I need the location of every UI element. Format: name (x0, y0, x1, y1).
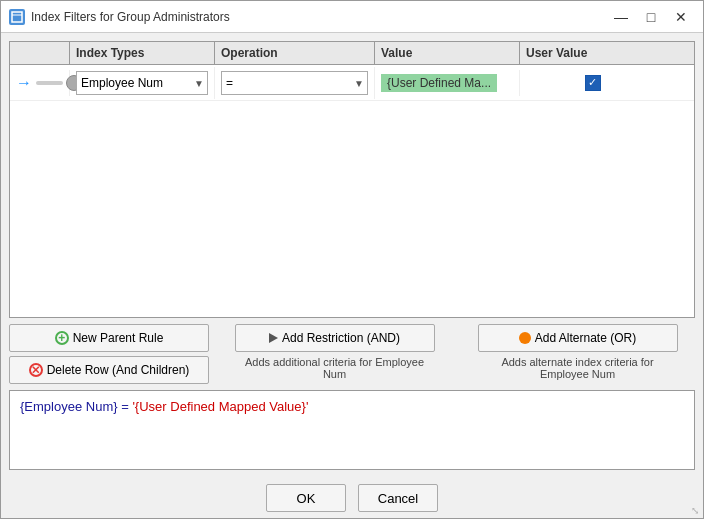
table-header: Index Types Operation Value User Value (10, 42, 694, 65)
delete-row-button[interactable]: ✕ Delete Row (And Children) (9, 356, 209, 384)
cancel-button[interactable]: Cancel (358, 484, 438, 512)
expression-area: {Employee Num} = '{User Defined Mapped V… (9, 390, 695, 470)
value-cell: {User Defined Ma... (375, 70, 520, 96)
add-alternate-button[interactable]: Add Alternate (OR) (478, 324, 678, 352)
orange-circle-icon (519, 332, 531, 344)
table-body: → Employee Num ▼ (10, 65, 694, 101)
user-value-cell: ✓ (520, 71, 665, 95)
footer: OK Cancel ⤡ (1, 478, 703, 518)
buttons-area: + New Parent Rule ✕ Delete Row (And Chil… (9, 324, 695, 384)
slider-track (36, 81, 63, 85)
title-bar: Index Filters for Group Administrators —… (1, 1, 703, 33)
resize-handle-icon: ⤡ (691, 505, 699, 516)
close-button[interactable]: ✕ (667, 6, 695, 28)
minimize-button[interactable]: — (607, 6, 635, 28)
operation-dropdown-wrapper: = != < > ▼ (221, 71, 368, 95)
left-buttons: + New Parent Rule ✕ Delete Row (And Chil… (9, 324, 209, 384)
user-value-checkbox[interactable]: ✓ (585, 75, 601, 91)
row-indicator-cell: → (10, 70, 70, 96)
center-section: Add Restriction (AND) Adds additional cr… (217, 324, 452, 380)
window-controls: — □ ✕ (607, 6, 695, 28)
operation-dropdown[interactable]: = != < > (221, 71, 368, 95)
main-content: Index Types Operation Value User Value → (1, 33, 703, 478)
add-alternate-desc: Adds alternate index criteria for Employ… (478, 356, 678, 380)
index-type-dropdown-wrapper: Employee Num ▼ (76, 71, 208, 95)
plus-icon: + (55, 331, 69, 345)
index-type-dropdown[interactable]: Employee Num (76, 71, 208, 95)
row-arrow-icon: → (16, 74, 32, 92)
add-restriction-button[interactable]: Add Restriction (AND) (235, 324, 435, 352)
window-icon (9, 9, 25, 25)
col-header-user-value: User Value (520, 42, 665, 64)
col-header-index-types: Index Types (70, 42, 215, 64)
svg-rect-0 (12, 12, 22, 22)
add-alternate-label: Add Alternate (OR) (535, 331, 636, 345)
window-title: Index Filters for Group Administrators (31, 10, 607, 24)
expression-operator: = (118, 399, 133, 414)
operation-cell: = != < > ▼ (215, 67, 375, 99)
index-type-cell: Employee Num ▼ (70, 67, 215, 99)
maximize-button[interactable]: □ (637, 6, 665, 28)
table-row: → Employee Num ▼ (10, 65, 694, 101)
expression-value: '{User Defined Mapped Value}' (132, 399, 308, 414)
play-icon (269, 333, 278, 343)
main-window: Index Filters for Group Administrators —… (0, 0, 704, 519)
col-header-value: Value (375, 42, 520, 64)
add-restriction-label: Add Restriction (AND) (282, 331, 400, 345)
col-header-1 (10, 42, 70, 64)
add-restriction-desc: Adds additional criteria for Employee Nu… (235, 356, 435, 380)
value-display[interactable]: {User Defined Ma... (381, 74, 497, 92)
delete-icon: ✕ (29, 363, 43, 377)
expression-field: {Employee Num} (20, 399, 118, 414)
delete-row-label: Delete Row (And Children) (47, 363, 190, 377)
new-parent-rule-label: New Parent Rule (73, 331, 164, 345)
filter-table: Index Types Operation Value User Value → (9, 41, 695, 318)
col-header-operation: Operation (215, 42, 375, 64)
new-parent-rule-button[interactable]: + New Parent Rule (9, 324, 209, 352)
ok-button[interactable]: OK (266, 484, 346, 512)
right-section: Add Alternate (OR) Adds alternate index … (460, 324, 695, 380)
